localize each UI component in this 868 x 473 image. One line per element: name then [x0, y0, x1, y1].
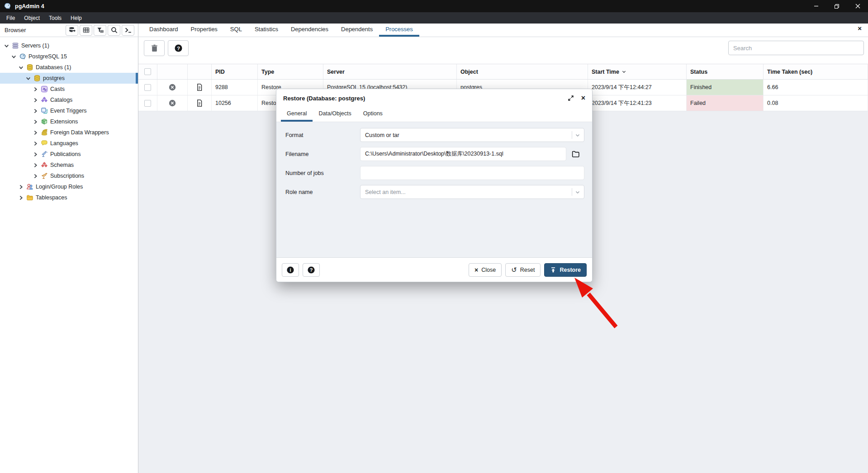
dialog-expand-icon[interactable]: [568, 95, 574, 101]
menu-help[interactable]: Help: [66, 12, 86, 24]
col-header-status[interactable]: Status: [687, 64, 764, 79]
tab-dependencies[interactable]: Dependencies: [285, 24, 335, 37]
schemas-icon: [41, 161, 48, 169]
chevron-down-icon[interactable]: [18, 65, 24, 71]
row-checkbox[interactable]: [144, 100, 151, 107]
col-header-select[interactable]: [138, 64, 157, 79]
chevron-right-icon[interactable]: [33, 86, 38, 92]
process-log-icon[interactable]: [195, 83, 204, 91]
tab-properties[interactable]: Properties: [185, 24, 224, 37]
dialog-tab-general[interactable]: General: [281, 107, 313, 122]
tab-processes[interactable]: Processes: [379, 24, 419, 37]
search-objects-button[interactable]: [108, 25, 120, 36]
input-number-of-jobs[interactable]: [360, 166, 584, 180]
dialog-close-icon[interactable]: ×: [581, 95, 585, 102]
tree-item-label: Publications: [50, 151, 81, 157]
select-format[interactable]: Custom or tar: [360, 128, 584, 142]
psql-tool-icon: [124, 26, 132, 34]
dialog-tab-options[interactable]: Options: [357, 107, 389, 122]
tree-item-databases-1[interactable]: Databases (1): [0, 62, 138, 73]
dialog-form: FormatCustom or tarFilenameNumber of job…: [276, 122, 592, 257]
cell-log: [188, 95, 212, 111]
col-header-object[interactable]: Object: [457, 64, 588, 79]
tree-item-label: postgres: [43, 75, 65, 81]
col-header-time_taken[interactable]: Time Taken (sec): [764, 64, 868, 79]
dialog-info-button[interactable]: i: [282, 263, 299, 277]
restore-button[interactable]: Restore: [544, 263, 587, 277]
col-header-label: PID: [215, 69, 225, 75]
cancel-process-icon[interactable]: [168, 99, 176, 107]
chevron-right-icon[interactable]: [33, 130, 38, 136]
chevron-right-icon[interactable]: [33, 108, 38, 114]
tree-item-postgresql-15[interactable]: PostgreSQL 15: [0, 51, 138, 62]
tree-item-event-triggers[interactable]: Event Triggers: [0, 105, 138, 116]
folder-icon[interactable]: [566, 150, 584, 158]
restore-window-button[interactable]: [826, 0, 847, 12]
search-objects-icon: [110, 26, 118, 34]
tree-item-foreign-data-wrappers[interactable]: Foreign Data Wrappers: [0, 127, 138, 138]
tree-item-languages[interactable]: Languages: [0, 138, 138, 149]
tree-item-subscriptions[interactable]: Subscriptions: [0, 170, 138, 181]
server-group-icon: [12, 42, 19, 49]
chevron-right-icon[interactable]: [18, 195, 24, 201]
chevron-right-icon[interactable]: [18, 184, 24, 190]
tree-item-catalogs[interactable]: Catalogs: [0, 95, 138, 105]
chevron-right-icon[interactable]: [33, 173, 38, 179]
col-header-server[interactable]: Server: [323, 64, 457, 79]
tab-statistics[interactable]: Statistics: [248, 24, 285, 37]
menu-tools[interactable]: Tools: [44, 12, 66, 24]
tab-dashboard[interactable]: Dashboard: [143, 24, 185, 37]
menu-object[interactable]: Object: [19, 12, 44, 24]
col-header-start_time[interactable]: Start Time: [588, 64, 687, 79]
chevron-right-icon[interactable]: [33, 97, 38, 103]
row-checkbox[interactable]: [144, 84, 151, 91]
search-input[interactable]: [728, 41, 864, 55]
tabs: DashboardPropertiesSQLStatisticsDependen…: [143, 24, 419, 37]
delete-process-button[interactable]: [144, 40, 165, 56]
cell-select: [138, 95, 157, 111]
cell-select: [138, 80, 157, 95]
tab-sql[interactable]: SQL: [224, 24, 248, 37]
tab-dependents[interactable]: Dependents: [335, 24, 379, 37]
chevron-right-icon[interactable]: [33, 119, 38, 125]
filtered-rows-button[interactable]: [94, 25, 106, 36]
close-dialog-button[interactable]: × Close: [469, 263, 502, 277]
panel-close-icon[interactable]: ×: [858, 25, 862, 32]
tree-item-label: Databases (1): [36, 64, 71, 71]
col-header-label: Type: [261, 69, 274, 75]
dialog-header: Restore (Database: postgres) ×: [276, 89, 592, 107]
query-tool-button[interactable]: [66, 25, 78, 36]
tree-item-publications[interactable]: Publications: [0, 149, 138, 160]
dialog-help-button[interactable]: ?: [303, 263, 320, 277]
col-header-type[interactable]: Type: [258, 64, 323, 79]
help-button[interactable]: ?: [168, 40, 189, 56]
menu-file[interactable]: File: [2, 12, 19, 24]
input-filename[interactable]: [360, 147, 566, 161]
chevron-right-icon[interactable]: [33, 162, 38, 168]
tree-item-postgres[interactable]: postgres: [0, 73, 138, 84]
tree-item-label: Servers (1): [21, 43, 49, 49]
tree-item-casts[interactable]: Casts: [0, 84, 138, 95]
dialog-tab-data-objects[interactable]: Data/Objects: [313, 107, 357, 122]
chevron-right-icon[interactable]: [33, 151, 38, 157]
tree-item-login-group-roles[interactable]: Login/Group Roles: [0, 181, 138, 192]
tree-item-extensions[interactable]: Extensions: [0, 116, 138, 127]
select-all-checkbox[interactable]: [144, 68, 151, 75]
cell-cancel: [157, 95, 188, 111]
psql-tool-button[interactable]: [122, 25, 134, 36]
cancel-process-icon[interactable]: [168, 83, 176, 91]
tree-item-servers-1[interactable]: Servers (1): [0, 40, 138, 51]
chevron-down-icon[interactable]: [25, 76, 31, 81]
reset-button[interactable]: ↺ Reset: [505, 263, 541, 277]
select-role-name[interactable]: Select an item...: [360, 185, 584, 199]
chevron-down-icon[interactable]: [4, 43, 9, 49]
minimize-button[interactable]: [806, 0, 826, 12]
col-header-pid[interactable]: PID: [212, 64, 258, 79]
process-log-icon[interactable]: [195, 99, 204, 107]
close-window-button[interactable]: [847, 0, 868, 12]
tree-item-schemas[interactable]: Schemas: [0, 160, 138, 170]
tree-item-tablespaces[interactable]: Tablespaces: [0, 192, 138, 203]
chevron-right-icon[interactable]: [33, 141, 38, 147]
chevron-down-icon[interactable]: [11, 54, 17, 60]
view-data-button[interactable]: [80, 25, 92, 36]
